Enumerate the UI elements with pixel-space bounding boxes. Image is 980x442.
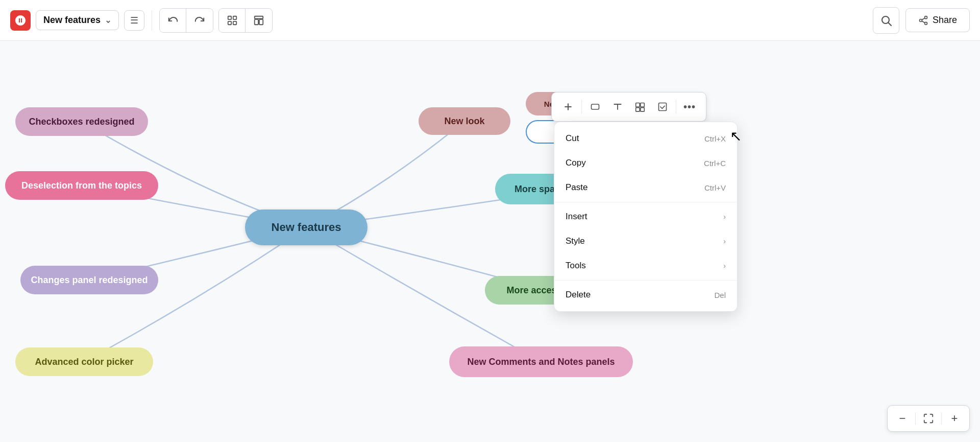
ctx-insert-arrow: › (723, 213, 726, 221)
text-tool-button[interactable] (607, 97, 628, 117)
add-tool-button[interactable] (558, 97, 578, 117)
zoom-in-icon: + (951, 412, 958, 425)
zoom-controls: − + (887, 405, 970, 432)
zoom-out-icon: − (899, 412, 906, 425)
canvas[interactable]: New design c... ☐ Buttons r... New featu… (0, 41, 980, 442)
share-button[interactable]: Share (905, 8, 970, 32)
check-tool-button[interactable] (652, 97, 673, 117)
center-node-label: New features (272, 221, 341, 234)
checkboxes-node-label: Checkboxes redesigned (29, 117, 134, 127)
app-logo (10, 10, 31, 31)
ctx-style-arrow: › (723, 237, 726, 245)
deselection-node[interactable]: Deselection from the topics (5, 171, 158, 200)
toolbar: New features ⌄ ☰ Share (0, 0, 980, 41)
ctx-delete[interactable]: Delete Del (554, 283, 737, 307)
more-tool-button[interactable]: ••• (679, 97, 700, 117)
comments-node[interactable]: New Comments and Notes panels (449, 346, 633, 377)
svg-rect-6 (259, 19, 263, 25)
ctx-paste-label: Paste (566, 182, 587, 193)
deselection-node-label: Deselection from the topics (21, 180, 142, 191)
undo-button[interactable] (160, 9, 186, 32)
newlook-node[interactable]: New look (419, 107, 510, 135)
svg-rect-20 (641, 103, 645, 107)
chevron-down-icon: ⌄ (105, 15, 111, 25)
checkboxes-node[interactable]: Checkboxes redesigned (15, 107, 148, 136)
colorpicker-node-label: Advanced color picker (35, 357, 133, 367)
redo-button[interactable] (186, 9, 213, 32)
svg-rect-4 (255, 16, 263, 18)
link-tool-button[interactable] (630, 97, 650, 117)
ctx-paste[interactable]: Paste Ctrl+V (554, 175, 737, 200)
comments-node-label: New Comments and Notes panels (467, 357, 615, 367)
svg-rect-22 (641, 108, 645, 112)
layout-button[interactable] (246, 9, 272, 32)
svg-line-13 (922, 18, 925, 19)
float-toolbar-sep-2 (676, 100, 676, 114)
ctx-cut-shortcut: Ctrl+X (704, 134, 726, 143)
svg-rect-23 (659, 103, 667, 111)
menu-button[interactable]: ☰ (124, 10, 144, 31)
title-dropdown-button[interactable]: New features ⌄ (36, 10, 119, 30)
ctx-insert[interactable]: Insert › (554, 204, 737, 229)
ctx-style[interactable]: Style › (554, 229, 737, 253)
ctx-sep-1 (554, 202, 737, 202)
ctx-style-label: Style (566, 236, 585, 246)
svg-rect-21 (636, 108, 640, 112)
colorpicker-node[interactable]: Advanced color picker (15, 347, 153, 376)
fit-button[interactable] (219, 9, 246, 32)
document-title: New features (43, 15, 101, 26)
floating-toolbar: ••• (551, 92, 706, 122)
svg-rect-0 (228, 16, 231, 19)
zoom-sep-1 (915, 412, 916, 425)
ctx-copy[interactable]: Copy Ctrl+C (554, 151, 737, 175)
search-button[interactable] (873, 7, 899, 34)
ctx-cut[interactable]: Cut Ctrl+X (554, 126, 737, 151)
svg-rect-1 (233, 16, 236, 19)
zoom-sep-2 (941, 412, 942, 425)
center-node[interactable]: New features (245, 210, 368, 245)
rect-tool-button[interactable] (585, 97, 605, 117)
svg-rect-3 (233, 21, 236, 24)
ctx-cut-label: Cut (566, 133, 579, 144)
toolbar-right: Share (873, 7, 970, 34)
svg-rect-19 (636, 103, 640, 107)
changes-node[interactable]: Changes panel redesigned (20, 266, 158, 294)
svg-rect-2 (228, 21, 231, 24)
float-toolbar-sep-1 (581, 100, 582, 114)
newlook-node-label: New look (444, 116, 484, 127)
ctx-copy-label: Copy (566, 158, 586, 168)
svg-line-12 (922, 21, 925, 22)
toolbar-separator (152, 10, 152, 31)
changes-node-label: Changes panel redesigned (31, 275, 148, 286)
ctx-paste-shortcut: Ctrl+V (704, 183, 726, 192)
ctx-delete-shortcut: Del (714, 291, 726, 299)
ctx-tools-label: Tools (566, 261, 586, 271)
connections-svg (0, 41, 980, 442)
share-label: Share (933, 15, 957, 26)
svg-rect-16 (592, 104, 599, 109)
hamburger-icon: ☰ (130, 15, 138, 26)
svg-rect-5 (255, 19, 258, 25)
svg-line-8 (888, 22, 891, 26)
ctx-tools[interactable]: Tools › (554, 253, 737, 278)
ctx-delete-label: Delete (566, 290, 591, 300)
fit-layout-group (218, 8, 273, 33)
zoom-in-button[interactable]: + (945, 409, 964, 428)
zoom-out-button[interactable]: − (893, 409, 912, 428)
ctx-tools-arrow: › (723, 262, 726, 270)
zoom-fit-button[interactable] (919, 409, 938, 428)
ctx-copy-shortcut: Ctrl+C (704, 159, 726, 168)
undo-redo-group (159, 8, 213, 33)
context-menu: Cut Ctrl+X Copy Ctrl+C Paste Ctrl+V Inse… (554, 122, 738, 312)
ctx-sep-2 (554, 280, 737, 281)
ctx-insert-label: Insert (566, 212, 587, 222)
